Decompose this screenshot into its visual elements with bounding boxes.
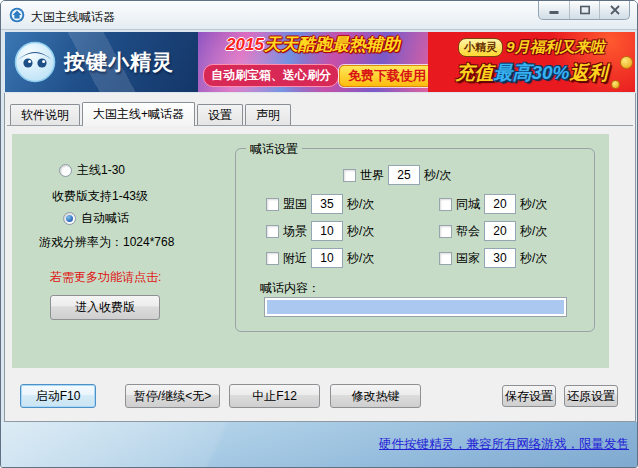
guild-checkbox[interactable] (439, 225, 452, 238)
tab-mainline-shouter[interactable]: 大国主线+喊话器 (82, 102, 195, 126)
alliance-label[interactable]: 盟国 (283, 196, 307, 213)
minimize-button[interactable] (539, 1, 569, 19)
minimize-icon (548, 5, 560, 15)
nearby-interval-input[interactable] (311, 248, 343, 268)
scene-checkbox[interactable] (266, 225, 279, 238)
window-controls (538, 1, 630, 20)
city-interval-input[interactable] (484, 194, 516, 214)
mascot-logo-icon (14, 41, 56, 83)
ad-headline: 2015天天酷跑最热辅助 (198, 33, 428, 56)
app-icon (9, 7, 25, 23)
shout-content-input[interactable] (264, 297, 567, 317)
guild-interval-input[interactable] (484, 221, 516, 241)
ad-banner-right[interactable]: 小精灵 9月福利又来啦 充值最高30%返利 (428, 32, 635, 92)
nearby-unit-label: 秒/次 (347, 250, 374, 267)
ad-right-line1-text: 9月福利又来啦 (506, 38, 604, 57)
scene-interval-input[interactable] (311, 221, 343, 241)
city-checkbox[interactable] (439, 198, 452, 211)
save-settings-button[interactable]: 保存设置 (502, 385, 556, 407)
ad-headline-year: 2015 (226, 35, 264, 54)
shout-row-city: 同城 秒/次 (439, 194, 547, 214)
shout-row-scene: 场景 秒/次 (266, 221, 374, 241)
enter-paid-version-button[interactable]: 进入收费版 (50, 295, 160, 320)
nation-checkbox[interactable] (439, 252, 452, 265)
start-button[interactable]: 启动F10 (20, 384, 96, 408)
nearby-checkbox[interactable] (266, 252, 279, 265)
shout-row-alliance: 盟国 秒/次 (266, 194, 374, 214)
restore-settings-button[interactable]: 还原设置 (564, 385, 618, 407)
maximize-icon (579, 5, 591, 15)
world-unit-label: 秒/次 (424, 167, 451, 184)
nearby-label[interactable]: 附近 (283, 250, 307, 267)
shout-row-nearby: 附近 秒/次 (266, 248, 374, 268)
shout-row-nation: 国家 秒/次 (439, 248, 547, 268)
modify-hotkey-button[interactable]: 修改热键 (330, 384, 421, 408)
banner: 按键小精灵 2015天天酷跑最热辅助 自动刷宝箱、送心刷分 免费下载使用 小精灵… (5, 32, 635, 92)
ad-middle-bottom-row: 自动刷宝箱、送心刷分 免费下载使用 (203, 64, 423, 87)
close-button[interactable] (599, 1, 629, 19)
alliance-checkbox[interactable] (266, 198, 279, 211)
ad-right-line2: 充值最高30%返利 (432, 60, 631, 86)
brand-name: 按键小精灵 (64, 48, 174, 76)
guild-unit-label: 秒/次 (520, 223, 547, 240)
nation-interval-input[interactable] (484, 248, 516, 268)
alliance-unit-label: 秒/次 (347, 196, 374, 213)
ad-headline-text: 天天酷跑最热辅助 (264, 35, 400, 54)
pause-resume-button[interactable]: 暂停/继续<无> (125, 384, 220, 408)
maximize-button[interactable] (569, 1, 599, 19)
mainline-radio[interactable] (59, 164, 72, 177)
radio-row-autoshout[interactable]: 自动喊话 (63, 210, 129, 227)
city-unit-label: 秒/次 (520, 196, 547, 213)
free-download-button[interactable]: 免费下载使用 (339, 65, 428, 87)
shout-settings-legend: 喊话设置 (246, 141, 302, 158)
title-bar: 大国主线喊话器 (1, 1, 637, 30)
nation-label[interactable]: 国家 (456, 250, 480, 267)
tab-settings[interactable]: 设置 (197, 104, 243, 125)
scene-label[interactable]: 场景 (283, 223, 307, 240)
close-icon (609, 5, 621, 15)
ad-right-line1: 小精灵 9月福利又来啦 (432, 38, 631, 57)
mainline-radio-label[interactable]: 主线1-30 (77, 162, 125, 179)
ad-right-line2-highlight: 最高30% (493, 62, 569, 83)
tab-statement[interactable]: 声明 (245, 104, 291, 125)
window-title: 大国主线喊话器 (31, 9, 115, 26)
ad-right-badge: 小精灵 (458, 38, 503, 57)
city-label[interactable]: 同城 (456, 196, 480, 213)
shout-row-world: 世界 秒/次 (343, 165, 451, 185)
client-area: 软件说明 大国主线+喊话器 设置 声明 主线1-30 收费版支持1-43级 自动… (4, 93, 636, 422)
world-checkbox[interactable] (343, 169, 356, 182)
autoshout-radio[interactable] (63, 212, 76, 225)
scene-unit-label: 秒/次 (347, 223, 374, 240)
ad-right-line2-suffix: 返利 (570, 62, 608, 83)
nation-unit-label: 秒/次 (520, 250, 547, 267)
shout-content-label: 喊话内容： (260, 280, 320, 297)
more-features-warning: 若需更多功能请点击: (50, 269, 161, 286)
app-window: 大国主线喊话器 (0, 0, 638, 468)
resolution-note: 游戏分辨率为：1024*768 (39, 234, 174, 251)
brand-logo-panel: 按键小精灵 (5, 32, 198, 92)
tab-strip: 软件说明 大国主线+喊话器 设置 声明 (7, 102, 633, 126)
guild-label[interactable]: 帮会 (456, 223, 480, 240)
ad-banner-middle[interactable]: 2015天天酷跑最热辅助 自动刷宝箱、送心刷分 免费下载使用 (198, 32, 428, 92)
ad-right-line2-prefix: 充值 (455, 62, 493, 83)
paid-support-note: 收费版支持1-43级 (52, 188, 148, 205)
status-band: 硬件按键精灵，兼容所有网络游戏，限量发售 (1, 422, 637, 467)
autoshout-radio-label[interactable]: 自动喊话 (81, 210, 129, 227)
ad-subline-pill: 自动刷宝箱、送心刷分 (203, 64, 339, 87)
shout-row-guild: 帮会 秒/次 (439, 221, 547, 241)
hardware-wizard-link[interactable]: 硬件按键精灵，兼容所有网络游戏，限量发售 (379, 436, 629, 453)
stop-button[interactable]: 中止F12 (229, 384, 320, 408)
tab-software-info[interactable]: 软件说明 (10, 104, 80, 125)
world-interval-input[interactable] (388, 165, 420, 185)
radio-row-mainline[interactable]: 主线1-30 (59, 162, 125, 179)
alliance-interval-input[interactable] (311, 194, 343, 214)
world-label[interactable]: 世界 (360, 167, 384, 184)
